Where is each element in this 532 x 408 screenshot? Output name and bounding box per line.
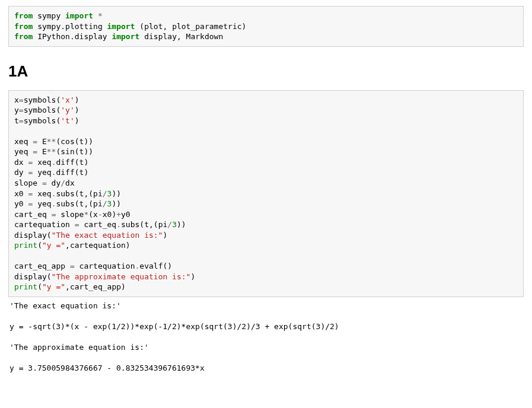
op-pow: ** xyxy=(47,147,56,156)
code-text: y0 xyxy=(121,210,130,219)
op-pow: ** xyxy=(47,137,56,146)
code-text: y0 xyxy=(14,199,28,208)
op-div: / xyxy=(167,220,172,229)
code-text: symbols( xyxy=(24,95,61,104)
kw-import: import xyxy=(65,11,93,20)
string-literal: "The exact equation is:" xyxy=(52,231,163,240)
code-text: y xyxy=(14,106,19,114)
op-star: * xyxy=(93,11,103,20)
code-text: IPython.display xyxy=(33,32,112,41)
code-text: diff(t) xyxy=(56,168,88,177)
code-text: ( xyxy=(37,241,42,250)
code-text: sympy xyxy=(33,11,65,20)
code-text: dx xyxy=(65,179,75,187)
code-text: display( xyxy=(14,272,52,281)
code-text: symbols( xyxy=(24,106,61,114)
section-heading-1a: 1A xyxy=(8,62,524,81)
code-text: x xyxy=(14,95,19,104)
string-literal: 'y' xyxy=(60,106,74,114)
op-eq: = xyxy=(19,116,24,125)
code-text: )) xyxy=(177,220,186,229)
kw-from: from xyxy=(14,11,33,20)
code-text: display, Markdown xyxy=(139,32,223,41)
code-text: ) xyxy=(75,95,79,104)
builtin-print: print xyxy=(14,282,37,291)
code-text: subs(t,(pi xyxy=(56,189,102,198)
code-text: xeq xyxy=(33,189,51,198)
op-eq: = xyxy=(70,262,75,270)
code-text: E xyxy=(37,147,47,156)
op-div: / xyxy=(60,179,65,187)
code-text: x0) xyxy=(103,210,116,219)
op-div: / xyxy=(103,189,107,198)
code-text: display( xyxy=(14,231,52,240)
kw-import: import xyxy=(112,32,139,41)
code-text: ) xyxy=(75,116,79,125)
kw-from: from xyxy=(14,32,33,41)
code-text: yeq xyxy=(14,147,33,156)
kw-from: from xyxy=(14,22,33,31)
code-text: dy xyxy=(14,168,28,177)
code-text: subs(t,(pi xyxy=(121,220,167,229)
code-text: dx xyxy=(14,158,28,167)
op-eq: = xyxy=(33,147,37,156)
op-eq: = xyxy=(19,106,24,114)
num-literal: 3 xyxy=(172,220,177,229)
code-text: (plot, plot_parametric) xyxy=(135,22,247,31)
code-text: yeq xyxy=(33,199,51,208)
code-text: dy xyxy=(47,179,60,187)
code-cell-imports: from sympy import * from sympy.plotting … xyxy=(8,6,524,47)
op-eq: = xyxy=(75,220,79,229)
code-text: evalf() xyxy=(139,262,172,270)
code-text: xeq xyxy=(14,137,33,146)
code-text: cart_eq xyxy=(14,210,52,219)
code-text: ( xyxy=(37,282,42,291)
code-text: symbols( xyxy=(24,116,61,125)
kw-import: import xyxy=(107,22,135,31)
op-plus: + xyxy=(116,210,121,219)
code-text: ) xyxy=(75,106,79,114)
code-text: cartequation xyxy=(75,262,135,270)
code-text: (x xyxy=(88,210,98,219)
code-text: diff(t) xyxy=(56,158,88,167)
code-text: slope xyxy=(14,179,42,187)
code-text: )) xyxy=(112,199,121,208)
code-text: t xyxy=(14,116,19,125)
op-minus: - xyxy=(98,210,103,219)
code-text: ,cart_eq_app) xyxy=(65,282,126,291)
op-eq: = xyxy=(19,95,24,104)
code-text: yeq xyxy=(33,168,51,177)
code-text: ) xyxy=(163,231,167,240)
code-text: (sin(t)) xyxy=(56,147,93,156)
code-text: xeq xyxy=(33,158,51,167)
code-text: subs(t,(pi xyxy=(56,199,102,208)
op-div: / xyxy=(103,199,107,208)
code-text: cart_eq_app xyxy=(14,262,70,270)
string-literal: 't' xyxy=(60,116,74,125)
string-literal: "y =" xyxy=(42,282,65,291)
op-eq: = xyxy=(42,179,47,187)
code-text: cart_eq xyxy=(79,220,117,229)
code-text: cartequation xyxy=(14,220,75,229)
builtin-print: print xyxy=(14,241,37,250)
code-text: x0 xyxy=(14,189,28,198)
code-text: ) xyxy=(190,272,195,281)
code-text: slope xyxy=(56,210,84,219)
op-eq: = xyxy=(33,137,37,146)
string-literal: 'x' xyxy=(60,95,74,104)
cell-output: 'The exact equation is:' y = -sqrt(3)*(x… xyxy=(8,297,524,374)
string-literal: "y =" xyxy=(42,241,65,250)
code-cell-main: x=symbols('x') y=symbols('y') t=symbols(… xyxy=(8,90,524,297)
code-text: E xyxy=(37,137,47,146)
op-dot: . xyxy=(116,220,121,229)
code-text: sympy.plotting xyxy=(33,22,107,31)
string-literal: "The approximate equation is:" xyxy=(52,272,191,281)
code-text: ,cartequation) xyxy=(65,241,130,250)
code-text: )) xyxy=(112,189,121,198)
code-text: (cos(t)) xyxy=(56,137,93,146)
